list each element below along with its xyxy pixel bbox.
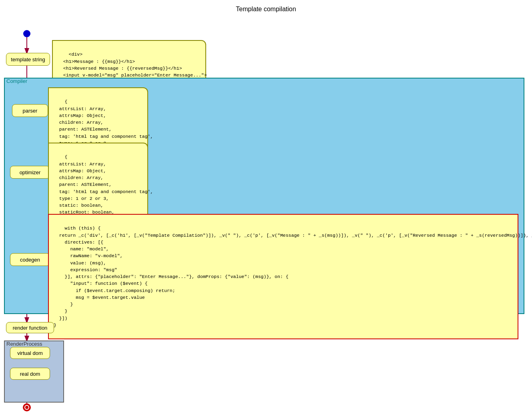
diagram-container: <div> <h1>Message : {{msg}}</h1> <h1>Rev… bbox=[0, 17, 532, 417]
render-process-label: RenderProcess bbox=[6, 341, 42, 347]
virtual-dom-node: virtual dom bbox=[10, 347, 50, 359]
start-dot bbox=[23, 30, 30, 37]
real-dom-node: real dom bbox=[10, 368, 50, 380]
codegen-output-text: with (this) { return _c('div', [_c('h1',… bbox=[54, 226, 532, 328]
compiler-label: Compiler bbox=[6, 78, 27, 84]
optimizer-node: optimizer bbox=[10, 166, 50, 179]
end-dot-inner bbox=[24, 405, 29, 410]
codegen-node: codegen bbox=[10, 253, 50, 266]
end-dot bbox=[23, 403, 31, 411]
end-dot-core bbox=[25, 406, 28, 409]
codegen-output-box: with (this) { return _c('div', [_c('h1',… bbox=[48, 214, 518, 339]
template-string-node: template string bbox=[6, 53, 50, 66]
render-function-node: render function bbox=[6, 322, 54, 333]
page-title: Template compilation bbox=[0, 0, 532, 17]
parser-node: parser bbox=[12, 104, 48, 117]
